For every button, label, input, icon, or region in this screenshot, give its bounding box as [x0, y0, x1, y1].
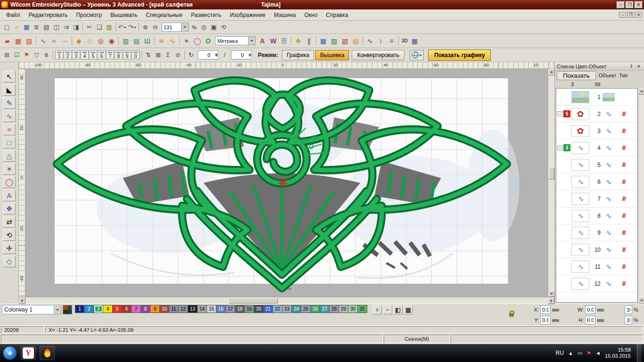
menu-item-1[interactable]: Файл	[2, 10, 25, 20]
palette-color-24[interactable]: 24	[292, 305, 301, 313]
y-field[interactable]	[540, 316, 551, 324]
scroll-left-button[interactable]	[19, 297, 25, 304]
horizontal-scroll-thumb[interactable]	[228, 298, 278, 304]
ring-fill-icon[interactable]: ◯	[192, 35, 203, 46]
column-c-icon[interactable]: Ш	[142, 35, 153, 46]
maximize-button[interactable]: ❐	[626, 1, 634, 8]
color-grid-button[interactable]: ▦	[404, 305, 413, 314]
new-design-icon[interactable]: ▢	[2, 22, 12, 32]
palette-color-5[interactable]: 5	[113, 305, 122, 313]
vertical-scroll-thumb[interactable]	[549, 167, 554, 180]
column-a-icon[interactable]: ▥	[120, 35, 131, 46]
closed-shape-tool-icon[interactable]: □	[3, 137, 16, 148]
write-to-disk-icon[interactable]: ◨	[71, 22, 81, 32]
menu-item-9[interactable]: Окно	[300, 10, 322, 20]
palette-color-22[interactable]: 22	[273, 305, 282, 313]
palette-color-8[interactable]: 8	[141, 305, 150, 313]
mdi-minimize-button[interactable]: –	[619, 12, 626, 18]
dropdown-arrow-icon[interactable]	[133, 27, 136, 30]
skew-icon[interactable]: /	[220, 50, 230, 60]
stitch-preset-5-button[interactable]: 5	[89, 50, 97, 59]
copy-icon[interactable]: ❏	[94, 22, 104, 32]
h-field[interactable]	[585, 316, 595, 324]
panel-scrollbar[interactable]	[638, 88, 644, 304]
taskbar-clock[interactable]: 15:58 15.03.2015	[605, 347, 631, 359]
satin-stitch-icon[interactable]: ▰	[2, 35, 13, 46]
graphics-mode-button[interactable]: Графика	[282, 50, 314, 60]
circle-tool-icon[interactable]: ◯	[3, 176, 16, 188]
export-to-machine-icon[interactable]: ⇉	[61, 22, 71, 32]
scroll-up-button[interactable]	[548, 69, 555, 75]
design-canvas[interactable]	[25, 69, 548, 297]
stitch-preset-9-button[interactable]: 9	[123, 50, 131, 59]
zoom-input[interactable]	[162, 25, 181, 30]
star-tool-icon[interactable]: ✶	[3, 163, 16, 175]
w-field[interactable]	[585, 305, 595, 314]
tray-volume-icon[interactable]: ◄	[595, 350, 601, 356]
stitch-preset-2-button[interactable]: 2	[64, 50, 72, 59]
tatami-fill-icon[interactable]: ▦	[13, 35, 24, 46]
zoom-in-icon[interactable]: ⊕	[140, 22, 150, 32]
start-button[interactable]: ❖	[3, 346, 17, 360]
object-list-row[interactable]: ∿10∿///	[556, 241, 637, 258]
paste-icon[interactable]: ▥	[104, 22, 114, 32]
units-combobox[interactable]: Метрика	[215, 36, 256, 45]
scale-x-field[interactable]	[625, 305, 632, 314]
auto-spacing-icon[interactable]: ▽	[32, 50, 41, 60]
contour-fill-icon[interactable]: ◎	[95, 35, 106, 46]
palette-color-2[interactable]: 2	[84, 305, 94, 313]
column-b-icon[interactable]: ▤	[131, 35, 142, 46]
panel-scroll-up-button[interactable]	[638, 88, 644, 95]
outline-run-icon[interactable]: ∿	[38, 35, 49, 46]
motif-fill-icon[interactable]: ▧	[24, 35, 34, 46]
language-indicator[interactable]: RU	[556, 350, 564, 356]
palette-color-20[interactable]: 20	[254, 305, 264, 313]
zoom-combobox[interactable]	[162, 23, 189, 32]
object-list-row[interactable]: ∿6∿///	[556, 173, 637, 190]
palette-color-15[interactable]: 15	[207, 305, 216, 313]
slash-icon[interactable]: ⊘	[173, 50, 183, 60]
wave-effect-icon[interactable]: ∿	[364, 35, 375, 46]
palette-color-6[interactable]: 6	[122, 305, 132, 313]
rotate-icon[interactable]: ↻	[186, 50, 196, 60]
applique-icon[interactable]: ❖	[293, 35, 304, 46]
object-list-row[interactable]: ∿12∿///	[556, 275, 637, 292]
dropdown-arrow-icon[interactable]	[124, 27, 126, 30]
buttonhole-icon[interactable]: ∥	[304, 35, 314, 46]
object-list-row[interactable]: ∿11∿///	[556, 258, 637, 275]
vector-tool-icon[interactable]: ◇	[3, 255, 16, 267]
units-dropdown-arrow[interactable]	[248, 37, 255, 45]
stitch-preset-6-button[interactable]: 6	[98, 50, 106, 59]
sum-stitches-icon[interactable]: Σ	[163, 50, 173, 60]
manual-stitch-tool-icon[interactable]: ∿	[3, 110, 16, 122]
object-list-row[interactable]: ∿5∿///	[556, 156, 637, 173]
palette-color-13[interactable]: 13	[188, 305, 198, 313]
menu-item-7[interactable]: Изображение	[225, 10, 270, 20]
vertical-scrollbar[interactable]	[548, 69, 554, 297]
palette-color-25[interactable]: 25	[301, 305, 311, 313]
redo-icon[interactable]: ↷	[127, 22, 137, 32]
palette-color-10[interactable]: 10	[160, 305, 169, 313]
star-fill-icon[interactable]: ✶	[181, 35, 192, 46]
skew-input[interactable]	[231, 52, 245, 58]
fusion-fill-icon[interactable]: ◇	[84, 35, 95, 46]
cut-icon[interactable]: ✂	[84, 22, 94, 32]
pin-icon[interactable]: ↧	[628, 63, 635, 69]
hatch-lines-icon[interactable]: ≡	[386, 35, 397, 46]
open-object-icon[interactable]: O	[203, 35, 214, 46]
minimize-button[interactable]: –	[617, 1, 625, 8]
close-button[interactable]: ✕	[635, 1, 643, 8]
colorway-combobox[interactable]: Colorway 1	[2, 305, 61, 314]
palette-color-26[interactable]: 26	[311, 305, 320, 313]
lock-proportions-button[interactable]	[508, 313, 515, 317]
triangle-tool-icon[interactable]: △	[3, 150, 16, 162]
object-list-row[interactable]: ∿8∿///	[556, 207, 637, 224]
scroll-down-button[interactable]	[548, 290, 555, 297]
scroll-right-button[interactable]	[548, 297, 554, 304]
applique-tool-icon[interactable]: ❖	[3, 203, 16, 214]
convert-button[interactable]: Конвертировать	[352, 50, 405, 60]
zoom-1to1-icon[interactable]: ◎	[199, 22, 209, 32]
lettering-icon[interactable]: A	[257, 35, 268, 46]
open-design-icon[interactable]: ▱	[12, 22, 22, 32]
tray-flag-icon[interactable]: ⚑	[586, 350, 591, 356]
